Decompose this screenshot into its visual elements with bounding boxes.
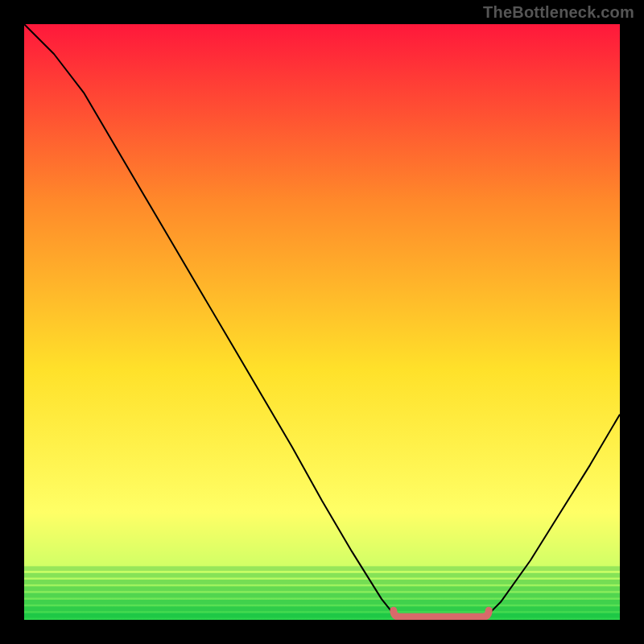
- curve-path: [24, 24, 620, 620]
- bottleneck-curve: [24, 24, 620, 620]
- watermark-label: TheBottleneck.com: [483, 3, 634, 22]
- chart-frame: TheBottleneck.com: [0, 0, 644, 644]
- optimal-range-marker: [394, 610, 489, 617]
